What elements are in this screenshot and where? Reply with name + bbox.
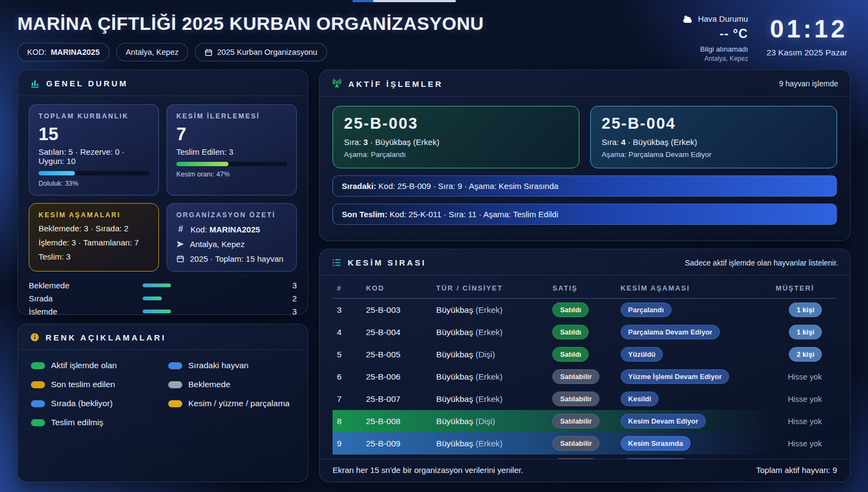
weather-widget: Hava Durumu -- °C Bilgi alınamadı Antaly… <box>682 14 748 62</box>
column-header-type: TÜR / CİNSİYET <box>432 275 548 299</box>
legend-item: Kesim / yüzme / parçalama <box>168 399 295 408</box>
legend-color-swatch <box>31 362 45 369</box>
legend-color-swatch <box>168 362 182 369</box>
clock-date: 23 Kasım 2025 Pazar <box>767 48 847 58</box>
loading-strip-blue-segment <box>353 0 373 2</box>
total-animals-title: TOPLAM KURBANLIK <box>39 112 149 120</box>
cell-num: 8 <box>333 410 361 432</box>
cell-num: 4 <box>333 321 361 343</box>
sale-status-badge: Satılabilir <box>552 436 599 451</box>
cell-type: Büyükbaş (Erkek) <box>432 455 548 459</box>
main-content: GENEL DURUM TOPLAM KURBANLIK 15 Satılan:… <box>0 70 868 482</box>
loading-strip-white-segment <box>373 0 456 2</box>
cell-customer: Hisse yok <box>771 455 837 459</box>
stage-badge: Yüzme İşlemi Devam Ediyor <box>621 369 730 384</box>
org-summary-season: 2025 · Toplam: 15 hayvan <box>176 254 287 263</box>
stat-bar-value: 3 <box>292 307 297 316</box>
weather-label: Hava Durumu <box>698 14 748 23</box>
queue-table-row: 6 25-B-006 Büyükbaş (Erkek) Satılabilir … <box>333 365 837 388</box>
cut-delivered-text: Teslim Edilen: 3 <box>176 147 287 156</box>
legend-item-label: Sıradaki hayvan <box>188 361 248 370</box>
active-animal-card: 25-B-004 Sıra: 4 · Büyükbaş (Erkek) Aşam… <box>590 106 837 168</box>
column-header-code: KOD <box>361 275 432 299</box>
cell-code: 25-B-008 <box>361 410 432 432</box>
location-badge-label: Antalya, Kepez <box>126 48 179 56</box>
queue-table-row: 10 25-B-010 Büyükbaş (Erkek) Satılabilir… <box>333 455 837 459</box>
stage-stat-bars: Beklemede 3 Sırada 2 İşlemde 3 Kesimi Ta… <box>29 279 297 315</box>
location-badge: Antalya, Kepez <box>116 43 189 61</box>
legend-color-swatch <box>168 381 182 388</box>
legend-item: Son teslim edilen <box>31 380 157 389</box>
page-title: MARİNA ÇİFTLİĞİ 2025 KURBAN ORGANİZASYON… <box>17 13 484 34</box>
cell-num: 6 <box>333 365 361 388</box>
stage-badge: Kesim Sırasında <box>621 436 691 451</box>
event-badge: 2025 Kurban Organizasyonu <box>195 43 327 61</box>
occupancy-progress-fill <box>39 171 75 175</box>
refresh-note: Ekran her 15 sn'de bir organizasyon veri… <box>333 465 523 475</box>
active-total-note: Toplam aktif hayvan: 9 <box>756 465 837 475</box>
legend-column-left: Aktif işlemde olan Son teslim edilen Sır… <box>31 361 157 427</box>
org-code-badge: KOD: MARINA2025 <box>17 43 110 61</box>
stat-bar-value: 3 <box>292 281 297 290</box>
org-summary-location: Antalya, Kepez <box>176 239 287 249</box>
queue-footer: Ekran her 15 sn'de bir organizasyon veri… <box>320 459 850 482</box>
legend-panel-title: RENK AÇIKLAMALARI <box>46 333 166 342</box>
total-animals-value: 15 <box>39 124 149 144</box>
cell-code: 25-B-005 <box>361 343 432 365</box>
top-loading-strip <box>353 0 456 2</box>
sale-status-badge: Satıldı <box>552 347 589 362</box>
queue-table-row: 5 25-B-005 Büyükbaş (Dişi) Satıldı Yüzül… <box>333 343 837 365</box>
customer-value: 1 kişi <box>789 302 822 317</box>
cell-stage: Yüzme İşlemi Devam Ediyor <box>616 365 771 388</box>
info-icon <box>30 332 40 342</box>
cell-num: 7 <box>333 388 361 410</box>
app-header: MARİNA ÇİFTLİĞİ 2025 KURBAN ORGANİZASYON… <box>0 0 868 70</box>
stat-bar-value: 2 <box>292 294 297 303</box>
stage-badge: Kesildi <box>621 392 659 406</box>
legend-item-label: Teslim edilmiş <box>51 418 103 427</box>
cut-stages-title: KESİM AŞAMALARI <box>39 211 149 219</box>
customer-value: 1 kişi <box>789 325 822 339</box>
stat-bar-label: Sırada <box>29 294 143 303</box>
legend-item-label: Beklemede <box>188 380 231 389</box>
calendar-icon <box>176 255 184 263</box>
cloud-icon <box>682 15 693 23</box>
cell-type: Büyükbaş (Dişi) <box>432 343 548 365</box>
weather-status: Bilgi alınamadı <box>682 45 748 53</box>
total-animals-card: TOPLAM KURBANLIK 15 Satılan: 5 · Rezerve… <box>29 104 159 195</box>
org-summary-title: ORGANİZASYON ÖZETİ <box>176 211 287 219</box>
list-icon <box>331 257 342 268</box>
weather-location: Antalya, Kepez <box>682 55 748 62</box>
legend-item: Beklemede <box>168 380 295 389</box>
stat-bar-row: Sırada 2 <box>29 292 297 305</box>
customer-value: Hisse yok <box>788 373 822 381</box>
cell-type: Büyükbaş (Erkek) <box>432 299 548 321</box>
cell-num: 9 <box>333 432 361 455</box>
cell-stage: Parçalama Devam Ediyor <box>616 321 771 343</box>
stat-bar-track <box>143 283 209 287</box>
queue-table-row: 9 25-B-009 Büyükbaş (Erkek) Satılabilir … <box>333 432 837 455</box>
stat-bar-fill <box>143 297 162 300</box>
legend-column-right: Sıradaki hayvan Beklemede Kesim / yüzme … <box>168 361 295 427</box>
cell-stage: Parçalandı <box>616 299 771 321</box>
queue-table-row: 4 25-B-004 Büyükbaş (Erkek) Satıldı Parç… <box>333 321 837 343</box>
sale-status-badge: Satıldı <box>552 325 589 339</box>
sale-status-badge: Satılabilir <box>552 414 599 428</box>
column-header-num: # <box>333 275 361 299</box>
cell-stage: Kesildi <box>616 388 771 410</box>
next-in-queue-row: Sıradaki: Kod: 25-B-009 · Sıra: 9 · Aşam… <box>333 175 837 197</box>
cell-sale: Satılabilir <box>548 432 616 455</box>
cell-customer: Hisse yok <box>771 432 837 455</box>
stat-bar-label: İşlemde <box>29 307 143 316</box>
legend-item-label: Sırada (bekliyor) <box>51 399 113 408</box>
animal-order-line: Sıra: 3 · Büyükbaş (Erkek) <box>344 137 568 147</box>
cell-type: Büyükbaş (Erkek) <box>432 365 548 388</box>
total-animals-breakdown: Satılan: 5 · Rezerve: 0 · Uygun: 10 <box>39 147 149 166</box>
general-status-panel: GENEL DURUM TOPLAM KURBANLIK 15 Satılan:… <box>17 70 308 315</box>
stat-bar-row: İşlemde 3 <box>29 305 297 315</box>
cell-code: 25-B-009 <box>361 432 432 455</box>
customer-value: Hisse yok <box>788 395 822 403</box>
cell-sale: Satılabilir <box>548 365 616 388</box>
navigation-icon <box>176 240 184 248</box>
cell-code: 25-B-007 <box>361 388 432 410</box>
